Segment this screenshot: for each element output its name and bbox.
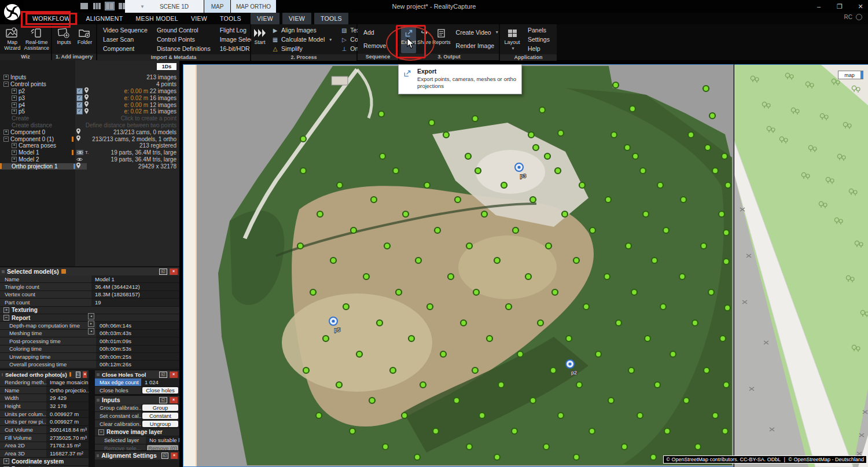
collapse-icon[interactable]: − [3, 137, 9, 142]
inputs-button[interactable]: Inputs [54, 25, 74, 53]
realitycapture-logo-icon[interactable] [0, 0, 24, 24]
sequence-add-button[interactable]: Add [359, 28, 390, 37]
tree-item-p3[interactable]: +p3✓e: 0.02 m 16 images [0, 94, 179, 101]
camera-position-marker[interactable] [712, 168, 718, 174]
camera-position-marker[interactable] [573, 454, 579, 460]
camera-position-marker[interactable] [433, 428, 439, 434]
tree-item-model-1[interactable]: +Model 1T.19 parts, 36.4M tris, large [0, 149, 179, 156]
camera-position-marker[interactable] [652, 258, 657, 263]
camera-position-marker[interactable] [720, 336, 726, 341]
reports-button[interactable]: Reports [432, 25, 451, 53]
camera-position-marker[interactable] [525, 274, 531, 280]
doc-tab-map[interactable]: MAP [204, 0, 230, 13]
settings-button[interactable]: Settings [524, 35, 554, 44]
expand-icon[interactable]: + [12, 109, 17, 114]
camera-position-marker[interactable] [300, 136, 306, 142]
camera-position-marker[interactable] [455, 197, 461, 203]
camera-position-marker[interactable] [466, 444, 472, 450]
camera-position-marker[interactable] [657, 182, 663, 188]
camera-position-marker[interactable] [654, 382, 660, 388]
camera-position-marker[interactable] [626, 243, 631, 249]
section-remove-image-layer[interactable]: −Remove image layer [95, 428, 179, 436]
camera-position-marker[interactable] [310, 289, 316, 295]
camera-position-marker[interactable] [624, 145, 630, 150]
camera-position-marker[interactable] [670, 351, 676, 357]
dock-button[interactable]: ◂ [88, 313, 94, 319]
camera-position-marker[interactable] [498, 382, 504, 388]
create-video-button[interactable]: Create Video▾ [452, 28, 502, 37]
tree-item-p5[interactable]: +p5✓e: 0.02 m 15 images [0, 108, 179, 115]
camera-position-marker[interactable] [454, 398, 459, 403]
camera-position-marker[interactable] [628, 367, 634, 373]
camera-position-marker[interactable] [576, 382, 582, 388]
tree-item-component-0[interactable]: +Component 0213/213 cams, 0 models [0, 128, 179, 135]
collapse-icon[interactable]: − [98, 429, 104, 435]
camera-position-marker[interactable] [384, 243, 390, 249]
ribbon-tab-tools-ortho[interactable]: TOOLS [314, 13, 348, 24]
tree-item-create-distance[interactable]: Create distanceDefine distance between t… [0, 122, 179, 129]
checkbox-icon[interactable]: ✓ [76, 108, 83, 115]
camera-position-marker[interactable] [704, 367, 709, 373]
expand-icon[interactable]: + [3, 75, 9, 80]
camera-position-marker[interactable] [393, 168, 399, 174]
camera-position-marker[interactable] [403, 211, 409, 217]
camera-position-marker[interactable] [300, 168, 306, 174]
camera-position-marker[interactable] [396, 289, 402, 295]
panel-close-button[interactable]: × [170, 372, 178, 378]
camera-position-marker[interactable] [533, 145, 539, 150]
camera-position-marker[interactable] [589, 428, 595, 434]
ribbon-item-control-points[interactable]: Control Points [153, 35, 215, 44]
camera-position-marker[interactable] [479, 413, 485, 418]
camera-position-marker[interactable] [473, 289, 479, 295]
camera-position-marker[interactable] [303, 367, 309, 373]
panels-button[interactable]: Panels [524, 25, 554, 35]
action-button-ungroup[interactable]: Ungroup [142, 421, 178, 427]
action-button-constant[interactable]: Constant [142, 413, 178, 419]
doc-tab-scene-1d[interactable]: ▼ SCENE 1D [125, 0, 204, 13]
camera-position-marker[interactable] [558, 130, 564, 136]
camera-position-marker[interactable] [562, 211, 568, 217]
camera-position-marker[interactable] [663, 227, 669, 233]
camera-position-marker[interactable] [546, 243, 551, 249]
render-image-button[interactable]: Render Image [452, 41, 502, 50]
panel-maximize-button[interactable]: ◱ [159, 397, 167, 403]
camera-position-marker[interactable] [709, 113, 715, 119]
camera-position-marker[interactable] [443, 132, 449, 138]
camera-position-marker[interactable] [517, 351, 523, 357]
eye-icon[interactable] [76, 150, 83, 155]
camera-position-marker[interactable] [382, 444, 388, 450]
action-button-remove-0-[interactable]: Remove (0) [147, 445, 178, 450]
expand-icon[interactable]: + [12, 143, 17, 148]
tree-item-ortho-projection-1[interactable]: Ortho projection 129429 x 32178 [0, 163, 179, 170]
collapse-icon[interactable]: − [3, 82, 9, 87]
camera-position-marker[interactable] [643, 211, 649, 217]
dock-button[interactable]: ▸ [88, 321, 94, 327]
camera-position-marker[interactable] [440, 351, 446, 357]
panel-collapse-icon[interactable] [2, 373, 3, 376]
camera-position-marker[interactable] [579, 182, 585, 188]
camera-position-marker[interactable] [708, 289, 714, 295]
ribbon-item-align-images[interactable]: ▶Align Images [268, 25, 336, 35]
camera-position-marker[interactable] [611, 132, 617, 138]
camera-position-marker[interactable] [337, 182, 343, 188]
panel-close-button[interactable]: × [171, 453, 178, 459]
camera-position-marker[interactable] [695, 444, 701, 450]
camera-position-marker[interactable] [323, 336, 329, 341]
panel-maximize-button[interactable]: ◱ [76, 372, 81, 378]
camera-position-marker[interactable] [363, 274, 369, 280]
camera-position-marker[interactable] [466, 243, 472, 249]
camera-position-marker[interactable] [465, 153, 471, 159]
camera-position-marker[interactable] [513, 227, 518, 233]
minimize-button[interactable]: – [815, 3, 823, 10]
ribbon-item-video-sequence[interactable]: Video Sequence [99, 25, 152, 35]
camera-position-marker[interactable] [481, 211, 487, 217]
expand-icon[interactable]: + [12, 89, 17, 94]
checkbox-icon[interactable]: ✓ [76, 102, 83, 108]
camera-position-marker[interactable] [583, 304, 589, 310]
camera-position-marker[interactable] [356, 351, 362, 357]
camera-position-marker[interactable] [722, 428, 728, 434]
camera-position-marker[interactable] [409, 336, 414, 341]
camera-position-marker[interactable] [558, 413, 564, 418]
realtime-assistance-button[interactable]: Real-time Assistance [24, 25, 49, 53]
camera-position-marker[interactable] [429, 120, 435, 126]
